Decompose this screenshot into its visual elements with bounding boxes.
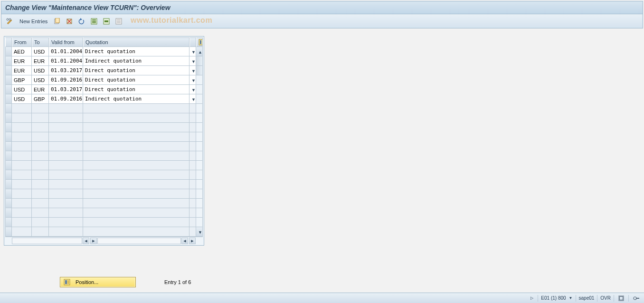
table-configure-button[interactable]	[196, 37, 203, 47]
cell-quotation[interactable]	[83, 218, 189, 227]
select-all-button[interactable]	[89, 17, 99, 26]
cell-valid-from[interactable]	[49, 189, 83, 199]
row-selector-header[interactable]	[5, 37, 12, 47]
row-selector[interactable]	[5, 104, 12, 113]
row-selector[interactable]	[5, 123, 12, 132]
row-selector[interactable]	[5, 227, 12, 237]
new-entries-button[interactable]: New Entries	[18, 18, 49, 24]
cell-quotation[interactable]: Direct quotation	[83, 66, 189, 75]
cell-valid-from[interactable]	[49, 170, 83, 180]
cell-to[interactable]	[32, 151, 49, 161]
vscroll-track[interactable]	[196, 189, 203, 199]
cell-valid-from[interactable]	[49, 104, 83, 113]
quotation-dropdown-button[interactable]: ▼	[189, 66, 196, 75]
vscroll-track[interactable]	[196, 123, 203, 132]
cell-valid-from[interactable]	[49, 227, 83, 237]
cell-valid-from[interactable]: 01.01.2004	[49, 56, 83, 66]
cell-to[interactable]	[32, 161, 49, 170]
vscroll-track[interactable]	[196, 161, 203, 170]
cell-valid-from[interactable]	[49, 113, 83, 123]
cell-from[interactable]	[12, 142, 32, 151]
row-selector[interactable]	[5, 94, 12, 104]
cell-from[interactable]: USD	[12, 94, 32, 104]
cell-valid-from[interactable]: 01.03.2017	[49, 85, 83, 94]
hscroll-right-button-2[interactable]: ►	[189, 238, 196, 244]
cell-quotation[interactable]	[83, 170, 189, 180]
cell-valid-from[interactable]	[49, 161, 83, 170]
cell-valid-from[interactable]	[49, 123, 83, 132]
cell-quotation[interactable]	[83, 123, 189, 132]
cell-from[interactable]	[12, 161, 32, 170]
cell-quotation[interactable]	[83, 161, 189, 170]
row-selector[interactable]	[5, 208, 12, 218]
vscroll-track[interactable]	[196, 75, 203, 85]
cell-to[interactable]: USD	[32, 75, 49, 85]
cell-to[interactable]: EUR	[32, 56, 49, 66]
undo-button[interactable]	[77, 17, 86, 26]
col-quotation-header[interactable]: Quotation	[83, 37, 189, 47]
scroll-down-icon[interactable]: ▼	[198, 230, 202, 235]
row-selector[interactable]	[5, 161, 12, 170]
cell-quotation[interactable]: Indirect quotation	[83, 56, 189, 66]
select-block-button[interactable]	[102, 17, 111, 26]
col-from-header[interactable]: From	[12, 37, 32, 47]
cell-valid-from[interactable]: 01.01.2004	[49, 47, 83, 56]
vscroll-track[interactable]	[196, 113, 203, 123]
cell-quotation[interactable]	[83, 180, 189, 189]
cell-to[interactable]	[32, 227, 49, 237]
row-selector[interactable]	[5, 113, 12, 123]
quotation-dropdown-button[interactable]: ▼	[189, 47, 196, 56]
cell-quotation[interactable]	[83, 104, 189, 113]
cell-valid-from[interactable]	[49, 132, 83, 142]
quotation-dropdown-button[interactable]: ▼	[189, 56, 196, 66]
cell-to[interactable]	[32, 170, 49, 180]
hscroll-left-button-2[interactable]: ◄	[181, 238, 188, 244]
row-selector[interactable]	[5, 180, 12, 189]
cell-quotation[interactable]: Direct quotation	[83, 47, 189, 56]
cell-valid-from[interactable]	[49, 180, 83, 189]
cell-from[interactable]	[12, 199, 32, 208]
vscroll-thumb[interactable]	[196, 66, 203, 75]
cell-quotation[interactable]	[83, 113, 189, 123]
cell-from[interactable]: GBP	[12, 75, 32, 85]
cell-to[interactable]: EUR	[32, 85, 49, 94]
vscroll-track[interactable]	[196, 85, 203, 94]
vscroll-track[interactable]	[196, 199, 203, 208]
cell-valid-from[interactable]: 01.03.2017	[49, 66, 83, 75]
row-selector[interactable]	[5, 75, 12, 85]
toggle-display-change-button[interactable]	[5, 17, 15, 26]
row-selector[interactable]	[5, 132, 12, 142]
cell-quotation[interactable]	[83, 199, 189, 208]
cell-from[interactable]	[12, 227, 32, 237]
cell-from[interactable]: EUR	[12, 66, 32, 75]
cell-quotation[interactable]: Direct quotation	[83, 85, 189, 94]
vscroll-track[interactable]	[196, 208, 203, 218]
quotation-dropdown-button[interactable]: ▼	[189, 85, 196, 94]
vscroll-track[interactable]	[196, 170, 203, 180]
quotation-dropdown-button[interactable]: ▼	[189, 75, 196, 85]
vscroll-track[interactable]	[196, 94, 203, 104]
position-button[interactable]: Position...	[60, 277, 136, 287]
deselect-all-button[interactable]	[114, 17, 123, 26]
cell-quotation[interactable]	[83, 132, 189, 142]
cell-to[interactable]	[32, 123, 49, 132]
vscroll-thumb[interactable]	[196, 56, 203, 66]
cell-to[interactable]: USD	[32, 66, 49, 75]
copy-as-button[interactable]	[52, 17, 62, 26]
cell-from[interactable]	[12, 151, 32, 161]
cell-valid-from[interactable]	[49, 151, 83, 161]
vscroll-track[interactable]	[196, 218, 203, 227]
cell-to[interactable]: USD	[32, 47, 49, 56]
cell-to[interactable]	[32, 208, 49, 218]
vscroll-up-button[interactable]: ▲	[196, 47, 203, 56]
status-keys-button[interactable]	[632, 296, 641, 301]
vscroll-track[interactable]	[196, 142, 203, 151]
vscroll-track[interactable]	[196, 132, 203, 142]
delete-button[interactable]	[65, 17, 74, 26]
hscroll-left-button[interactable]: ◄	[83, 238, 89, 244]
cell-from[interactable]	[12, 132, 32, 142]
row-selector[interactable]	[5, 85, 12, 94]
cell-from[interactable]: EUR	[12, 56, 32, 66]
row-selector[interactable]	[5, 218, 12, 227]
row-selector[interactable]	[5, 66, 12, 75]
